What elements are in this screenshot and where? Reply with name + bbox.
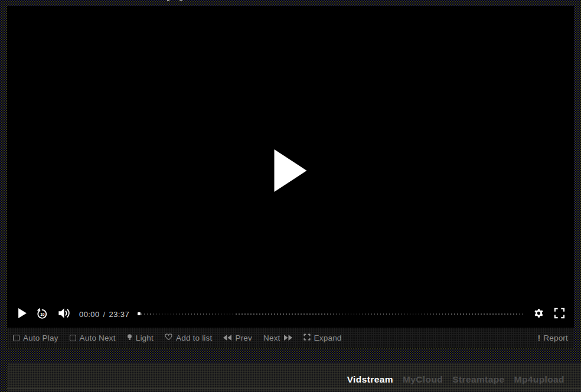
- player-control-bar: 10 00:00 / 23:37: [7, 302, 574, 326]
- fullscreen-icon: [554, 308, 565, 321]
- current-time: 00:00: [79, 310, 100, 319]
- prev-episode-button[interactable]: Prev: [223, 334, 252, 342]
- auto-play-checkbox-icon: [13, 335, 19, 341]
- fullscreen-button[interactable]: [554, 308, 565, 321]
- add-to-list-label: Add to list: [176, 334, 212, 342]
- auto-next-toggle[interactable]: Auto Next: [70, 334, 116, 342]
- gear-icon: [533, 308, 544, 321]
- auto-play-toggle[interactable]: Auto Play: [13, 334, 58, 342]
- report-label: Report: [543, 334, 568, 342]
- auto-play-label: Auto Play: [23, 334, 58, 342]
- expand-icon: [303, 334, 311, 342]
- server-tab-streamtape[interactable]: Streamtape: [452, 374, 504, 385]
- auto-next-checkbox-icon: [70, 335, 76, 341]
- light-label: Light: [136, 334, 154, 342]
- add-to-list-button[interactable]: Add to list: [165, 334, 212, 342]
- expand-label: Expand: [314, 334, 342, 342]
- clipped-title-fragment: [179, 0, 182, 1]
- report-button[interactable]: ! Report: [538, 334, 568, 342]
- volume-icon: [58, 308, 71, 321]
- svg-text:10: 10: [40, 312, 45, 316]
- next-label: Next: [263, 334, 280, 342]
- server-tabs: Vidstream MyCloud Streamtape Mp4upload: [7, 362, 581, 389]
- server-panel: Vidstream MyCloud Streamtape Mp4upload: [7, 362, 581, 392]
- server-tab-mycloud[interactable]: MyCloud: [403, 374, 443, 385]
- prev-label: Prev: [235, 334, 252, 342]
- time-separator: /: [103, 310, 106, 319]
- rewind-10-button[interactable]: 10: [36, 307, 48, 322]
- player-toolbar: Auto Play Auto Next Light Add to list Pr…: [7, 328, 574, 348]
- video-player: 10 00:00 / 23:37: [7, 6, 574, 328]
- bulb-icon: [127, 334, 132, 343]
- prev-icon: [223, 334, 231, 342]
- next-icon: [284, 334, 292, 342]
- time-display: 00:00 / 23:37: [79, 310, 129, 319]
- exclamation-icon: !: [538, 334, 541, 342]
- settings-button[interactable]: [533, 308, 544, 321]
- big-play-button[interactable]: [275, 149, 307, 192]
- server-tab-vidstream[interactable]: Vidstream: [347, 374, 393, 385]
- duration: 23:37: [109, 310, 130, 319]
- seek-playhead[interactable]: [138, 312, 141, 315]
- auto-next-label: Auto Next: [80, 334, 116, 342]
- page: { "player": { "controls": { "current_tim…: [0, 0, 581, 392]
- volume-button[interactable]: [58, 308, 71, 321]
- play-button[interactable]: [18, 308, 27, 320]
- rewind-10-icon: 10: [36, 307, 48, 322]
- seek-track: [141, 313, 523, 315]
- server-tab-mp4upload[interactable]: Mp4upload: [514, 374, 564, 385]
- seek-bar[interactable]: [138, 312, 523, 316]
- play-icon: [18, 308, 27, 320]
- clipped-title-fragment: [167, 0, 169, 1]
- heart-icon: [165, 334, 172, 342]
- next-episode-button[interactable]: Next: [263, 334, 292, 342]
- expand-button[interactable]: Expand: [303, 334, 342, 342]
- light-toggle[interactable]: Light: [127, 334, 154, 343]
